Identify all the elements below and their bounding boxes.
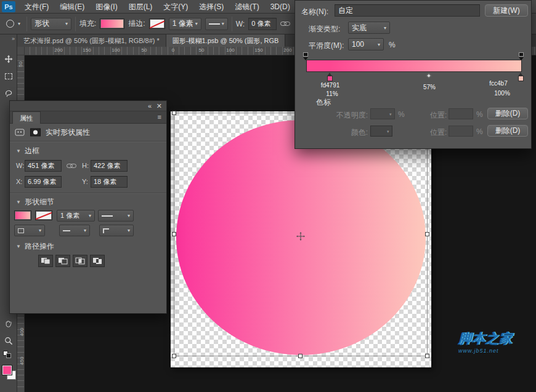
gradient-name-input[interactable]: 自定 <box>335 4 480 17</box>
opacity-stop-start[interactable] <box>303 52 308 57</box>
stroke-width-value: 1 像素 <box>173 18 193 29</box>
location-label: 位置: <box>430 110 447 121</box>
menu-select[interactable]: 选择(S) <box>193 0 229 14</box>
new-gradient-button[interactable]: 新建(W) <box>485 4 528 17</box>
tool-preset-dropdown[interactable]: ▾ <box>4 20 23 28</box>
section-shape-details[interactable]: ▼ 形状细节 <box>10 196 166 209</box>
selection-handle[interactable] <box>172 111 176 115</box>
fill-swatch[interactable] <box>100 18 124 29</box>
stroke-type-select[interactable]: ▾ <box>205 18 228 30</box>
hand-tool[interactable] <box>1 316 17 331</box>
exclude-shapes-button[interactable] <box>90 255 105 267</box>
menu-type[interactable]: 文字(Y) <box>158 0 193 14</box>
selection-handle[interactable] <box>425 354 429 358</box>
gradient-midpoint-handle[interactable] <box>426 73 431 78</box>
props-stroke-type-select[interactable]: ▾ <box>98 210 134 222</box>
selection-handle[interactable] <box>298 354 303 358</box>
selection-handle[interactable] <box>172 354 176 358</box>
tab-properties[interactable]: 属性 <box>12 111 41 124</box>
section-path-operations[interactable]: ▼ 路径操作 <box>10 239 166 254</box>
section-shape-details-label: 形状细节 <box>25 197 54 207</box>
shape-width-field[interactable]: 0 像素 <box>248 18 277 30</box>
zoom-tool-icon <box>4 337 13 345</box>
stroke-caps-select[interactable]: ▾ <box>59 225 90 236</box>
foreground-color-swatch[interactable] <box>2 366 12 375</box>
shape-mask-icon[interactable] <box>30 128 41 137</box>
tool-mode-value: 形状 <box>35 18 49 29</box>
subtract-shape-button[interactable] <box>55 255 70 267</box>
shape-x-field[interactable]: 6.99 像素 <box>25 176 62 188</box>
stop-hex-label: fcc4b7 <box>477 80 520 87</box>
menu-file[interactable]: 文件(F) <box>19 0 54 14</box>
props-stroke-swatch[interactable] <box>35 210 52 220</box>
panel-menu-icon[interactable]: ≡ <box>158 113 161 121</box>
gradient-bar[interactable] <box>306 60 522 72</box>
link-wh-icon[interactable] <box>67 163 76 169</box>
stroke-width-select[interactable]: 1 像素 ▾ <box>169 18 201 30</box>
ruler-tick-label: 0 <box>172 47 174 53</box>
zoom-tool[interactable] <box>1 334 17 348</box>
document-canvas[interactable] <box>171 111 431 367</box>
move-tool[interactable] <box>1 52 17 66</box>
opacity-stop-end[interactable] <box>519 52 524 57</box>
percent-sign: % <box>476 110 483 119</box>
color-location-input[interactable] <box>449 126 473 137</box>
shape-h-field[interactable]: 422 像素 <box>91 160 128 172</box>
transform-center-crosshair-icon[interactable] <box>296 232 305 243</box>
section-border-label: 边框 <box>25 146 39 156</box>
toolbar-collapse-icon[interactable]: » <box>0 34 17 42</box>
gradient-stop-start[interactable] <box>327 76 333 81</box>
stroke-swatch[interactable] <box>149 18 165 29</box>
default-colors-icon[interactable] <box>3 351 12 358</box>
watermark-text: 脚本之家 <box>458 330 513 347</box>
props-fill-swatch[interactable] <box>14 210 31 220</box>
menu-image[interactable]: 图像(I) <box>90 0 123 14</box>
h-label: H: <box>82 162 89 169</box>
shape-y-field[interactable]: 18 像素 <box>91 176 128 188</box>
document-tab-2[interactable]: 圆形-模糊1.psb @ 50% (圆形, RGB <box>166 34 286 47</box>
properties-panel: « ✕ 属性 ≡ 实时形状属性 ▼ 边框 W: 451 像素 <box>9 100 167 314</box>
props-stroke-width-select[interactable]: 1 像素 ▾ <box>57 210 95 222</box>
shape-w-field[interactable]: 451 像素 <box>25 160 62 172</box>
selection-handle[interactable] <box>425 232 429 236</box>
opacity-location-input[interactable] <box>449 108 473 119</box>
menu-filter[interactable]: 滤镜(T) <box>229 0 264 14</box>
link-dimensions-icon[interactable] <box>280 21 290 26</box>
photoshop-logo-icon[interactable]: Ps <box>2 1 15 12</box>
props-stroke-width-value: 1 像素 <box>60 211 79 220</box>
panel-header-title: 实时形状属性 <box>46 127 90 138</box>
lasso-tool-icon <box>4 89 13 98</box>
rectangular-marquee-tool[interactable] <box>1 69 17 84</box>
intersect-shapes-button[interactable] <box>73 255 87 267</box>
gradient-editor-dialog: 名称(N): 自定 新建(W) 渐变类型: 实底 ▾ 平滑度(M): 100 ▾… <box>294 0 532 149</box>
ruler-corner <box>17 47 25 55</box>
percent-sign: % <box>398 110 405 119</box>
stroke-corners-select[interactable]: ▾ <box>99 225 134 236</box>
selection-handle[interactable] <box>172 232 176 236</box>
chevron-down-icon: ▾ <box>222 21 224 26</box>
ruler-tick-label: 200 <box>283 47 291 53</box>
section-border[interactable]: ▼ 边框 <box>10 142 166 158</box>
delete-color-stop-button[interactable]: 删除(D) <box>487 125 528 137</box>
collapse-panel-icon[interactable]: « <box>148 102 152 111</box>
stop-position-label: 11% <box>311 90 354 97</box>
collapse-triangle-icon: ▼ <box>16 244 21 249</box>
menu-layer[interactable]: 图层(L) <box>123 0 158 14</box>
document-tab-1[interactable]: 艺术海报.psd @ 50% (圆形-模糊1, RGB/8#) * <box>17 34 166 47</box>
stroke-align-select[interactable]: ▾ <box>14 225 45 236</box>
delete-opacity-stop-button[interactable]: 删除(D) <box>487 108 528 119</box>
marquee-tool-icon <box>5 73 12 79</box>
menu-edit[interactable]: 编辑(E) <box>54 0 90 14</box>
chevron-down-icon: ▾ <box>39 228 41 233</box>
tool-mode-select[interactable]: 形状 ▾ <box>31 18 71 30</box>
midpoint-position-label: 57% <box>408 84 451 90</box>
gradient-type-select[interactable]: 实底 ▾ <box>348 22 390 34</box>
lasso-tool[interactable] <box>1 86 17 101</box>
properties-titlebar[interactable]: « ✕ <box>10 101 166 111</box>
menu-3d[interactable]: 3D(D) <box>265 0 296 14</box>
close-panel-icon[interactable]: ✕ <box>156 102 162 111</box>
combine-shapes-button[interactable] <box>38 255 53 267</box>
stroke-cap-icon <box>63 230 70 231</box>
percent-sign: % <box>476 127 483 136</box>
smoothness-select[interactable]: 100 ▾ <box>348 38 384 50</box>
